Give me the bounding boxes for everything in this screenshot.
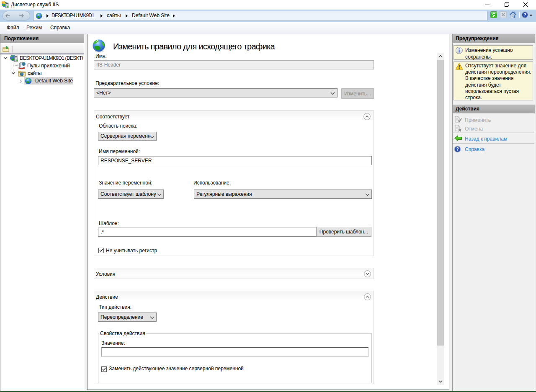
svg-text:?: ? bbox=[456, 146, 459, 151]
svg-text:?: ? bbox=[523, 12, 526, 17]
